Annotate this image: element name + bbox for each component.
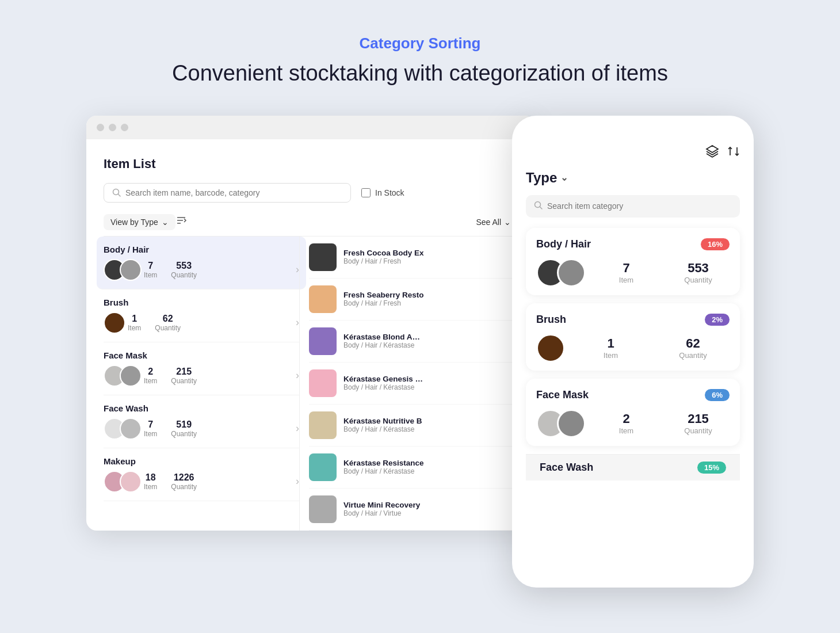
product-item[interactable]: Kérastase Blond Abso Body / Hair / Kéras… <box>309 321 518 363</box>
category-name: Body / Hair <box>104 245 299 254</box>
product-thumbnail <box>309 495 337 523</box>
quantity-count: 519 <box>176 420 192 430</box>
view-by-type-button[interactable]: View by Type ⌄ <box>104 214 175 230</box>
phone-card-body: 1 Item 62 Quantity <box>536 334 730 363</box>
item-count: 7 <box>148 261 153 271</box>
category-images <box>104 312 125 334</box>
product-item[interactable]: Virtue Mini Recovery Body / Hair / Virtu… <box>309 489 518 531</box>
phone-category-card[interactable]: Brush 2% 1 Item 62 Quantity <box>526 303 740 371</box>
product-thumbnail <box>309 369 337 397</box>
phone-chevron-icon[interactable]: ⌄ <box>560 172 568 183</box>
phone-card-img <box>536 334 565 363</box>
category-name: Makeup <box>104 456 299 466</box>
phone-card-header: Face Mask 6% <box>536 389 730 401</box>
view-by-type-label: View by Type <box>110 218 158 227</box>
product-item[interactable]: Kérastase Resistance Body / Hair / Kéras… <box>309 447 518 489</box>
desktop-search-input[interactable] <box>125 188 342 197</box>
product-info: Kérastase Blond Abso Body / Hair / Kéras… <box>343 333 424 349</box>
product-category: Body / Hair / Kérastase <box>343 383 424 391</box>
product-thumbnail <box>309 285 337 313</box>
product-category: Body / Hair / Virtue <box>343 509 420 517</box>
cat-img <box>120 471 142 493</box>
in-stock-label: In Stock <box>375 188 404 197</box>
quantity-block: 62 Quantity <box>155 314 181 332</box>
phone-item-count-block: 1 Item <box>574 336 647 360</box>
phone-quantity-label: Quantity <box>684 276 712 284</box>
see-all-button[interactable]: See All ⌄ <box>469 214 518 230</box>
quantity-label: Quantity <box>171 483 197 491</box>
phone-item-label: Item <box>619 276 633 284</box>
phone-card-img <box>557 258 586 287</box>
phone-item-label: Item <box>604 351 618 360</box>
category-list: Body / Hair 7 Item 553 Quantity › Brush … <box>104 237 299 531</box>
phone-item-label: Item <box>619 426 633 435</box>
phone-top-bar <box>526 144 740 166</box>
quantity-count: 553 <box>176 261 192 271</box>
product-thumbnail <box>309 327 337 355</box>
category-images <box>104 418 142 440</box>
item-count: 18 <box>146 472 156 483</box>
phone-card-title: Brush <box>536 314 566 326</box>
quantity-count: 1226 <box>174 472 194 483</box>
ui-wrapper: Item List In Stock <box>86 116 754 588</box>
product-category: Body / Hair / Kérastase <box>343 467 424 475</box>
item-label: Item <box>144 271 157 279</box>
product-item[interactable]: Kérastase Genesis Fo Body / Hair / Kéras… <box>309 363 518 405</box>
category-stats-row: 2 Item 215 Quantity › <box>104 365 299 387</box>
phone-type-label: Type <box>526 170 557 186</box>
category-item[interactable]: Face Mask 2 Item 215 Quantity › <box>104 342 299 395</box>
layers-icon[interactable] <box>705 144 719 158</box>
category-item[interactable]: Brush 1 Item 62 Quantity › <box>104 289 299 342</box>
phone-card-body: 2 Item 215 Quantity <box>536 409 730 438</box>
phone-notch <box>595 116 670 132</box>
category-stats: 7 Item 519 Quantity <box>144 420 197 438</box>
category-images <box>104 365 142 387</box>
product-category: Body / Hair / Fresh <box>343 299 424 307</box>
in-stock-filter[interactable]: In Stock <box>361 188 404 197</box>
see-all-chevron-icon: ⌄ <box>504 218 511 227</box>
quantity-block: 215 Quantity <box>171 367 197 385</box>
product-item[interactable]: Fresh Cocoa Body Ex Body / Hair / Fresh <box>309 237 518 279</box>
phone-item-count: 2 <box>623 411 629 426</box>
phone-quantity-count: 62 <box>686 336 700 351</box>
face-wash-label: Face Wash <box>540 462 593 474</box>
phone-item-count-block: 2 Item <box>595 411 658 435</box>
phone-item-count: 7 <box>623 261 629 276</box>
category-item[interactable]: Body / Hair 7 Item 553 Quantity › <box>97 237 306 289</box>
phone-quantity-block: 62 Quantity <box>656 336 730 360</box>
product-name: Fresh Seaberry Resto <box>343 291 424 299</box>
quantity-block: 1226 Quantity <box>171 472 197 491</box>
cat-img <box>120 259 142 281</box>
product-item[interactable]: Fresh Seaberry Resto Body / Hair / Fresh <box>309 279 518 321</box>
window-dot-red <box>97 124 104 131</box>
phone-category-card[interactable]: Face Mask 6% 2 Item 215 Quantity <box>526 379 740 446</box>
category-stats: 7 Item 553 Quantity <box>144 261 197 279</box>
in-stock-checkbox[interactable] <box>361 188 371 197</box>
phone-type-header: Type ⌄ <box>526 170 740 186</box>
phone-search-box[interactable] <box>526 195 740 218</box>
phone-search-input[interactable] <box>547 201 732 211</box>
cat-img <box>120 365 142 387</box>
category-item[interactable]: Makeup 18 Item 1226 Quantity › <box>104 448 299 501</box>
item-count: 2 <box>148 367 153 377</box>
two-col-layout: Body / Hair 7 Item 553 Quantity › Brush … <box>104 237 518 531</box>
quantity-label: Quantity <box>155 324 181 332</box>
product-info: Fresh Cocoa Body Ex Body / Hair / Fresh <box>343 249 424 265</box>
category-item[interactable]: Face Wash 7 Item 519 Quantity › <box>104 395 299 448</box>
page-subtitle: Convenient stocktaking with categorizati… <box>172 60 668 87</box>
face-wash-badge: 15% <box>697 462 726 474</box>
quantity-count: 62 <box>163 314 173 324</box>
svg-marker-5 <box>707 146 718 152</box>
product-info: Fresh Seaberry Resto Body / Hair / Fresh <box>343 291 424 307</box>
item-label: Item <box>144 483 157 491</box>
product-item[interactable]: Kérastase Nutritive B Body / Hair / Kéra… <box>309 405 518 447</box>
desktop-search-box[interactable] <box>104 183 351 203</box>
mobile-phone: Type ⌄ Body / Hair 16% 7 Item 55 <box>512 116 754 588</box>
category-stats-row: 1 Item 62 Quantity › <box>104 312 299 334</box>
category-images <box>104 471 142 493</box>
sort-icon[interactable] <box>175 215 187 229</box>
product-list-panel: Fresh Cocoa Body Ex Body / Hair / Fresh … <box>299 237 518 531</box>
sort-arrows-icon[interactable] <box>727 145 740 158</box>
see-all-label: See All <box>476 218 501 227</box>
phone-category-card[interactable]: Body / Hair 16% 7 Item 553 Quantity <box>526 228 740 295</box>
